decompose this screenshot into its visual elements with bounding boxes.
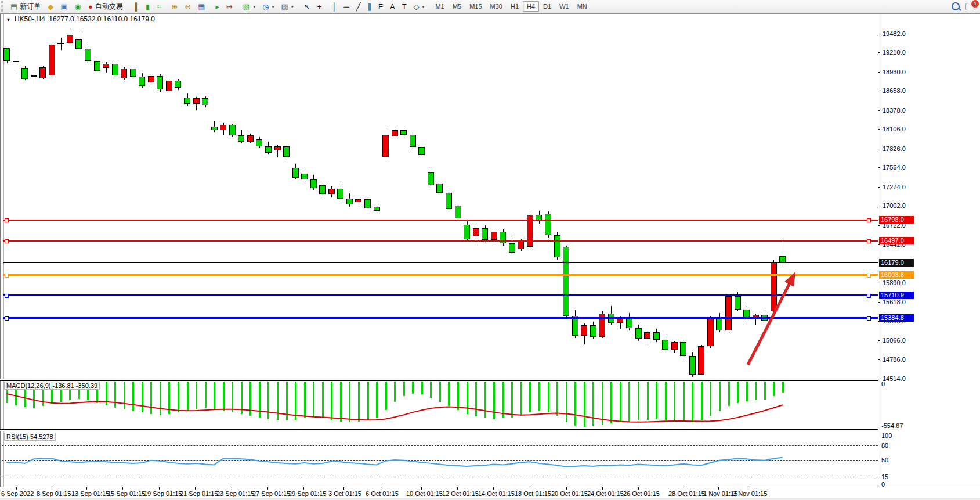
toolbar-grip[interactable] [1,1,6,12]
fibonacci-button[interactable]: F [375,0,386,13]
auto-trading-button[interactable]: ●自动交易 [85,0,126,13]
support-line-1-handle[interactable] [867,294,871,298]
search-icon[interactable] [952,2,960,10]
macd-bar [574,382,576,426]
market-watch-button[interactable]: ◉ [71,0,85,13]
trade-history-button[interactable]: ◆ [44,0,57,13]
candlestick-chart-button[interactable]: ▮ [142,0,153,13]
macd-bar [620,382,621,422]
support-line-1-handle[interactable] [5,294,9,298]
channel-icon: ∥ [368,3,372,10]
bar-chart-button[interactable]: ║ [130,0,142,13]
vline-icon: │ [332,3,337,10]
chart-shift-icon: ↦ [226,3,233,10]
tile-windows-button[interactable]: ▦ [194,0,208,13]
new-order-button[interactable]: ▤新订单 [7,0,44,13]
macd-bar [178,382,179,412]
date-tick [566,487,567,490]
period-button-m5[interactable]: M5 [449,1,465,12]
macd-pane-separator[interactable] [0,379,878,381]
macd-bar [520,382,522,416]
auto-scroll-icon: ▸ [215,3,219,10]
zoom-out-button[interactable]: ⊖ [181,0,194,13]
support-line-1[interactable] [3,294,878,296]
pivot-line-handle[interactable] [5,274,9,278]
current-price-line[interactable] [3,262,878,263]
date-tick-label: 6 Oct 01:15 [366,490,399,497]
candle [509,243,515,253]
macd-bar [106,382,107,405]
candlestick-icon: ▮ [146,3,150,10]
date-tick-label: 14 Oct 01:15 [478,490,515,497]
period-menu-button[interactable]: ◷▾ [259,0,277,13]
macd-bar [286,382,288,420]
macd-bar [719,382,721,411]
template-button[interactable]: ▨▾ [278,0,297,13]
macd-bar [214,382,215,409]
equidistant-channel-button[interactable]: ∥ [364,0,375,13]
support-line-2-handle[interactable] [5,316,9,321]
price-tick [878,206,880,206]
text-button[interactable]: A [386,0,399,13]
price-tick [878,149,880,149]
candle [238,135,244,142]
candle [662,340,668,350]
period-button-m1[interactable]: M1 [432,1,449,12]
period-button-m30[interactable]: M30 [486,1,507,12]
date-tick-label: 19 Sep 01:15 [144,490,182,497]
auto-scroll-button[interactable]: ▸ [212,0,223,13]
auto-trading-button-label: 自动交易 [95,2,123,12]
rsi-pane-separator[interactable] [0,429,878,431]
candle-wick [16,57,16,72]
zoom-in-button[interactable]: ⊕ [168,0,181,13]
period-button-w1[interactable]: W1 [555,1,573,12]
cursor-button[interactable]: ↖ [301,0,314,13]
period-button-m15[interactable]: M15 [465,1,486,12]
period-button-h1[interactable]: H1 [507,1,523,12]
price-tick [878,129,880,130]
candle [13,61,19,62]
resistance-line-2-handle[interactable] [867,239,871,243]
support-line-2[interactable] [3,317,878,319]
vertical-line-button[interactable]: │ [328,0,340,13]
collapse-triangle-icon[interactable]: ▼ [6,17,11,23]
macd-bar [150,382,152,414]
period-button-h4[interactable]: H4 [523,1,539,12]
support-line-2-price-badge: 15384.8 [879,314,914,322]
period-button-d1[interactable]: D1 [539,1,555,12]
chart-shift-button[interactable]: ↦ [223,0,236,13]
macd-bar [728,382,730,406]
chat-bubble-icon[interactable]: 1 [965,3,975,10]
arrows-button[interactable]: ◇▾ [410,0,428,13]
resistance-line-1-handle[interactable] [5,218,9,222]
label-button[interactable]: T [399,0,410,13]
resistance-line-2[interactable] [3,240,878,242]
period-button-mn[interactable]: MN [573,1,591,12]
date-tick-label: 10 Oct 01:15 [406,490,443,497]
candle [130,69,136,77]
pivot-line-handle[interactable] [867,274,871,278]
resistance-line-2-handle[interactable] [5,239,9,243]
macd-bar [773,382,775,396]
toolbar-right: 1 [952,2,980,10]
profiles-button[interactable]: ▣ [57,0,71,13]
price-tick [878,340,880,341]
candle [319,185,326,195]
macd-bar [412,382,414,394]
new-chart-button[interactable]: ▧▾ [240,0,259,13]
macd-bar [647,382,649,420]
pivot-line[interactable] [3,274,878,276]
support-line-2-handle[interactable] [867,316,871,321]
trendline-button[interactable]: ╱ [353,0,364,13]
date-tick [381,487,381,490]
candle [274,146,281,150]
resistance-line-1[interactable] [3,220,878,221]
horizontal-line-button[interactable]: ─ [340,0,352,13]
macd-bar [249,382,251,416]
resistance-line-1-handle[interactable] [867,218,871,222]
macd-bar [421,382,423,394]
crosshair-button[interactable]: + [314,0,326,13]
line-chart-button[interactable]: ≈ [153,0,164,13]
macd-bar [467,382,468,414]
zoom-out-icon: ⊖ [185,3,191,10]
